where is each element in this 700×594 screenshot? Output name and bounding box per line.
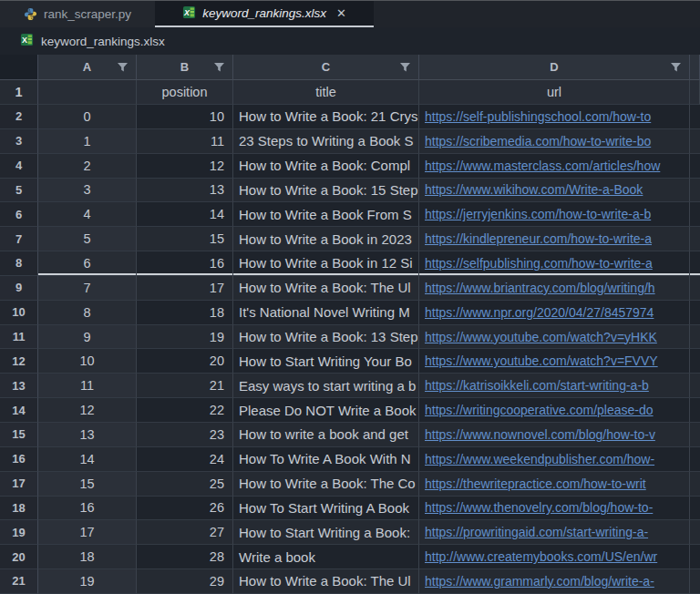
cell-empty[interactable] — [690, 301, 700, 325]
cell-title[interactable]: How to Start Writing a Book: — [233, 520, 419, 545]
url-link[interactable]: https://thewritepractice.com/how-to-writ — [425, 476, 646, 491]
cell-url[interactable]: https://kindlepreneur.com/how-to-write-a — [419, 227, 690, 251]
cell-url[interactable]: https://www.npr.org/2020/04/27/8457974 — [419, 301, 690, 325]
cell-index[interactable]: 14 — [38, 447, 137, 472]
cell-index[interactable]: 9 — [38, 325, 137, 350]
cell-position[interactable]: 22 — [137, 398, 233, 423]
cell-position[interactable]: 15 — [137, 227, 233, 251]
cell-url[interactable]: https://www.youtube.com/watch?v=FVVY — [419, 349, 690, 374]
url-link[interactable]: https://selfpublishing.com/how-to-write-… — [425, 256, 653, 271]
cell-index[interactable]: 7 — [38, 276, 137, 301]
row-number[interactable]: 16 — [0, 447, 38, 472]
cell-title[interactable]: Easy ways to start writing a b — [233, 374, 419, 398]
url-link[interactable]: https://www.weekendpublisher.com/how- — [425, 452, 654, 466]
url-link[interactable]: https://scribemedia.com/how-to-write-bo — [425, 134, 651, 148]
cell-position[interactable]: 24 — [137, 447, 233, 472]
cell-index[interactable]: 13 — [38, 423, 137, 447]
cell-title[interactable]: How to Write a Book in 12 Si — [233, 251, 419, 276]
cell-index[interactable]: 11 — [38, 374, 137, 398]
row-number[interactable]: 13 — [0, 374, 38, 398]
cell-title[interactable]: How to Start Writing Your Bo — [233, 349, 419, 374]
url-link[interactable]: https://self-publishingschool.com/how-to — [425, 109, 651, 124]
cell-url[interactable]: https://www.nownovel.com/blog/how-to-v — [419, 423, 690, 447]
cell-index[interactable]: 3 — [38, 179, 137, 203]
cell-empty[interactable] — [690, 349, 700, 374]
cell-url[interactable]: https://www.masterclass.com/articles/how — [419, 154, 690, 179]
cell-index[interactable]: 8 — [38, 301, 137, 325]
close-tab-icon[interactable]: ✕ — [336, 6, 346, 20]
column-header-c[interactable]: C — [233, 55, 419, 80]
filter-button[interactable] — [671, 62, 681, 72]
header-cell-title[interactable]: title — [233, 80, 419, 105]
row-number[interactable]: 1 — [0, 80, 38, 105]
header-cell-position[interactable]: position — [137, 80, 233, 105]
tab-rank-scraper[interactable]: rank_scraper.py — [0, 1, 155, 27]
cell-empty[interactable] — [690, 472, 700, 497]
cell-title[interactable]: How to Write a Book: 21 Crys — [233, 105, 419, 129]
cell-index[interactable]: 15 — [38, 472, 137, 497]
cell-index[interactable]: 2 — [38, 154, 137, 179]
row-number[interactable]: 5 — [0, 179, 38, 203]
cell-empty[interactable] — [690, 398, 700, 423]
cell-url[interactable]: https://self-publishingschool.com/how-to — [419, 105, 690, 129]
filter-button[interactable] — [214, 62, 224, 72]
cell-index[interactable]: 12 — [38, 398, 137, 423]
cell-title[interactable]: How to Write a Book: The Co — [233, 472, 419, 497]
cell-url[interactable]: http://www.createmybooks.com/US/en/wr — [419, 545, 690, 569]
cell-empty[interactable] — [690, 154, 700, 179]
cell-empty[interactable] — [690, 545, 700, 569]
cell-index[interactable]: 18 — [38, 545, 137, 569]
cell-index[interactable]: 4 — [38, 202, 137, 227]
cell-index[interactable]: 6 — [38, 251, 137, 276]
cell-position[interactable]: 16 — [137, 251, 233, 276]
cell-title[interactable]: Please Do NOT Write a Book — [233, 398, 419, 423]
row-number[interactable]: 6 — [0, 202, 38, 227]
cell-empty[interactable] — [690, 227, 700, 251]
row-number[interactable]: 10 — [0, 301, 38, 325]
cell-position[interactable]: 19 — [137, 325, 233, 350]
cell-url[interactable]: https://www.briantracy.com/blog/writing/… — [419, 276, 690, 301]
cell-position[interactable]: 25 — [137, 472, 233, 497]
cell-position[interactable]: 26 — [137, 497, 233, 521]
url-link[interactable]: https://jerryjenkins.com/how-to-write-a-… — [425, 207, 651, 221]
cell-position[interactable]: 10 — [137, 105, 233, 129]
header-cell-url[interactable]: url — [419, 80, 690, 105]
cell-title[interactable]: How to Write a Book: 13 Step — [233, 325, 419, 350]
cell-title[interactable]: 23 Steps to Writing a Book S — [233, 129, 419, 154]
row-number[interactable]: 2 — [0, 105, 38, 129]
cell-position[interactable]: 23 — [137, 423, 233, 447]
row-number[interactable]: 19 — [0, 520, 38, 545]
cell-index[interactable]: 16 — [38, 497, 137, 521]
filter-button[interactable] — [400, 62, 410, 72]
cell-title[interactable]: How to Write a Book: The Ul — [233, 276, 419, 301]
column-header-a[interactable]: A — [38, 55, 137, 80]
cell-title[interactable]: How to Write a Book: 15 Step — [233, 179, 419, 203]
cell-title[interactable]: How To Write A Book With N — [233, 447, 419, 472]
cell-position[interactable]: 20 — [137, 349, 233, 374]
cell-empty[interactable] — [690, 251, 700, 276]
cell-empty[interactable] — [690, 520, 700, 545]
cell-url[interactable]: https://www.grammarly.com/blog/write-a- — [419, 569, 690, 594]
cell-empty[interactable] — [690, 569, 700, 594]
cell-position[interactable]: 17 — [137, 276, 233, 301]
cell-url[interactable]: https://prowritingaid.com/start-writing-… — [419, 520, 690, 545]
cell-index[interactable]: 1 — [38, 129, 137, 154]
row-number[interactable]: 3 — [0, 129, 38, 154]
url-link[interactable]: https://www.youtube.com/watch?v=FVVY — [425, 353, 658, 368]
cell-url[interactable]: https://www.wikihow.com/Write-a-Book — [419, 179, 690, 203]
row-number[interactable]: 7 — [0, 227, 38, 251]
cell-empty[interactable] — [690, 202, 700, 227]
cell-title[interactable]: How to Write a Book From S — [233, 202, 419, 227]
cell-empty[interactable] — [690, 325, 700, 350]
row-number[interactable]: 15 — [0, 423, 38, 447]
url-link[interactable]: https://www.briantracy.com/blog/writing/… — [425, 281, 655, 295]
cell-empty[interactable] — [690, 497, 700, 521]
cell-index[interactable]: 5 — [38, 227, 137, 251]
row-number[interactable]: 14 — [0, 398, 38, 423]
cell-position[interactable]: 28 — [137, 545, 233, 569]
cell-index[interactable]: 10 — [38, 349, 137, 374]
cell-title[interactable]: How to Write a Book: The Ul — [233, 569, 419, 594]
cell-index[interactable]: 17 — [38, 520, 137, 545]
cell-url[interactable]: https://www.youtube.com/watch?v=yHKK — [419, 325, 690, 350]
cell-index[interactable]: 0 — [38, 105, 137, 129]
